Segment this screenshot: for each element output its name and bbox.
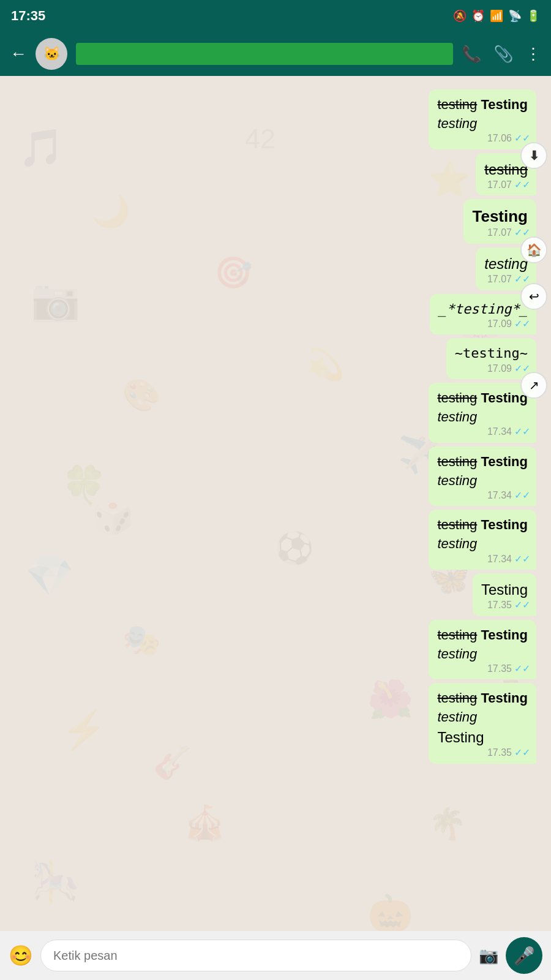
msg-text-strike: testing	[437, 627, 477, 643]
reply-icon: ↩	[520, 283, 547, 310]
alarm-icon: ⏰	[471, 9, 485, 23]
msg-text-strike: testing	[484, 161, 528, 178]
camera-button[interactable]: 📷	[479, 946, 498, 965]
share-icon: ↗	[520, 372, 547, 399]
msg-text-italic: testing	[437, 409, 477, 424]
forward-down-icon: ⬇	[520, 142, 547, 169]
msg-text-special: _*testing*_	[438, 301, 528, 317]
status-icons: 🔕 ⏰ 📶 📡 🔋	[453, 9, 540, 23]
msg-time: 17.07 ✓✓	[487, 273, 530, 286]
message-input[interactable]	[40, 940, 471, 971]
msg-text-bold: Testing	[481, 517, 528, 532]
message-item: ~testing~ 17.09 ✓✓	[446, 338, 536, 379]
msg-text-bold: Testing	[481, 390, 528, 405]
msg-text-mono: ~testing~	[455, 345, 528, 361]
svg-text:🎃: 🎃	[367, 892, 413, 935]
back-button[interactable]: ←	[10, 44, 27, 64]
message-item: testing Testing testing 17.34 ✓✓	[429, 510, 536, 570]
msg-time: 17.35 ✓✓	[487, 662, 530, 676]
call-icon[interactable]: 📞	[462, 45, 481, 64]
battery-icon: 🔋	[527, 9, 540, 23]
input-bar: 😊 📷 🎤	[0, 931, 551, 980]
msg-time: 17.34 ✓✓	[487, 425, 530, 439]
mic-button[interactable]: 🎤	[506, 937, 542, 974]
msg-time: 17.35 ✓✓	[487, 598, 530, 612]
status-time: 17:35	[11, 8, 45, 24]
msg-text-strike: testing	[437, 97, 477, 112]
msg-text-italic: testing	[484, 255, 528, 272]
svg-text:🎠: 🎠	[31, 858, 81, 906]
msg-time: 17.06 ✓✓	[487, 132, 530, 145]
msg-time: 17.34 ✓✓	[487, 552, 530, 566]
msg-text-bold: Testing	[472, 207, 528, 225]
message-item: testing Testing testing Testing 17.35 ✓✓	[429, 683, 536, 763]
msg-text-bold: Testing	[481, 454, 528, 469]
message-item: testing Testing testing 17.34 ✓✓	[429, 447, 536, 507]
message-item: testing 17.07 ✓✓ ⬇	[476, 153, 536, 196]
msg-text-italic: testing	[437, 709, 477, 725]
svg-text:🌴: 🌴	[429, 805, 467, 842]
msg-time: 17.07 ✓✓	[487, 178, 530, 192]
msg-time: 17.09 ✓✓	[487, 317, 530, 331]
msg-text-italic: testing	[437, 473, 477, 488]
msg-time: 17.07 ✓✓	[487, 226, 530, 239]
signal-icon: 📡	[508, 9, 522, 23]
msg-text-strike: testing	[437, 690, 477, 706]
message-item: testing Testing testing 17.35 ✓✓	[429, 620, 536, 680]
msg-time: 17.09 ✓✓	[487, 362, 530, 375]
msg-text-normal: Testing	[481, 581, 528, 598]
msg-text-bold: Testing	[481, 97, 528, 112]
messages-list: testing Testing testing 17.06 ✓✓ testing…	[10, 83, 541, 764]
svg-text:🎪: 🎪	[184, 803, 226, 843]
message-item: Testing 17.07 ✓✓	[463, 199, 536, 243]
msg-text-bold: Testing	[481, 690, 528, 706]
message-item: testing Testing testing 17.34 ✓✓ ↗	[429, 383, 536, 443]
msg-text-strike: testing	[437, 517, 477, 532]
home-icon: 🏠	[520, 236, 547, 263]
message-item: testing 17.07 ✓✓ 🏠	[476, 247, 536, 290]
msg-text-italic: testing	[437, 536, 477, 551]
msg-time: 17.34 ✓✓	[487, 489, 530, 502]
chat-background: 🎵 🌙 ⭐ 📷 🎨 🍀 🌸 ✈️ 💎 🎭 🦋 ⚡ 🌺 🎪 🎠 🌴 42 🎯 💫 …	[0, 76, 551, 980]
header-icons: 📞 📎 ⋮	[462, 45, 541, 64]
mute-icon: 🔕	[453, 9, 467, 23]
msg-text-italic: testing	[437, 116, 477, 131]
wifi-icon: 📶	[490, 9, 503, 23]
contact-name-bar[interactable]	[76, 43, 453, 65]
menu-icon[interactable]: ⋮	[525, 45, 541, 64]
msg-text-bold: Testing	[481, 627, 528, 643]
msg-text-strike: testing	[437, 390, 477, 405]
mic-icon: 🎤	[514, 946, 535, 966]
message-item: Testing 17.35 ✓✓	[473, 573, 536, 616]
msg-text-italic: testing	[437, 646, 477, 662]
message-item: testing Testing testing 17.06 ✓✓	[429, 89, 536, 149]
msg-time: 17.35 ✓✓	[487, 746, 530, 760]
emoji-button[interactable]: 😊	[9, 944, 33, 967]
msg-text-normal: Testing	[437, 729, 484, 745]
msg-text-strike: testing	[437, 454, 477, 469]
avatar[interactable]: 🐱	[36, 38, 67, 70]
message-item: _*testing*_ 17.09 ✓✓ ↩	[430, 294, 536, 335]
attach-icon[interactable]: 📎	[493, 45, 513, 64]
status-bar: 17:35 🔕 ⏰ 📶 📡 🔋	[0, 0, 551, 32]
chat-header: ← 🐱 📞 📎 ⋮	[0, 32, 551, 76]
